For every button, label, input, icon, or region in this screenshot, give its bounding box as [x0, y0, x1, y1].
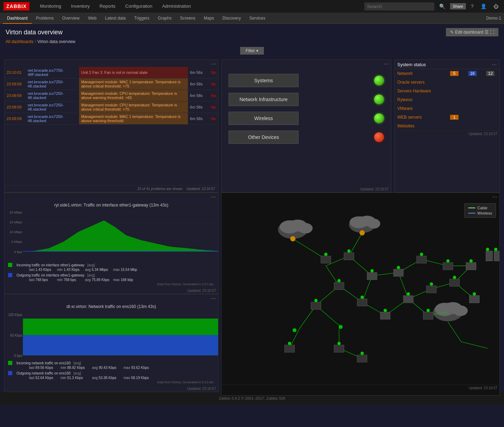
- svg-rect-54: [344, 253, 354, 260]
- search-icon[interactable]: 🔍: [437, 4, 447, 9]
- sys-name[interactable]: Oracle servers: [394, 78, 445, 87]
- status-item-button[interactable]: Other Devices: [229, 131, 299, 144]
- problem-ack: [205, 90, 209, 102]
- problems-panel-menu[interactable]: ⋯: [211, 61, 216, 67]
- sys-name[interactable]: Ryleevo: [394, 96, 445, 104]
- chart2-header: ⋯: [5, 294, 218, 301]
- status-item-button[interactable]: Network Infrastructure: [229, 93, 299, 106]
- chart2-column: ⋯ dt-xr.virton: Network traffic on ens16…: [3, 293, 220, 391]
- table-row: Servers Hardware: [394, 87, 499, 96]
- chart1-outgoing-label: Outgoing traffic on interface ether1-gat…: [16, 273, 84, 277]
- problem-ack: [205, 78, 209, 90]
- chart1-menu[interactable]: ⋯: [211, 194, 216, 200]
- status-item-button[interactable]: Systems: [229, 74, 299, 87]
- svg-rect-68: [380, 312, 390, 320]
- problem-host[interactable]: net.brocade.icx7250-48.stacked: [26, 90, 79, 102]
- subnav-latest-data[interactable]: Latest data: [101, 13, 130, 24]
- user-icon[interactable]: 👤: [478, 4, 489, 9]
- list-icon: ☰: [485, 30, 489, 35]
- subnav-overview[interactable]: Overview: [58, 13, 84, 24]
- chart1-incoming-label: Incoming traffic on interface ether1-gat…: [16, 263, 84, 267]
- netmap-legend: Cable Wireless: [464, 203, 496, 218]
- svg-rect-58: [311, 302, 321, 309]
- sys-count-cell: [445, 104, 463, 113]
- edit-dashboard-button[interactable]: ✎ Edit dashboard ☰ ⛶: [446, 28, 498, 36]
- sys-name[interactable]: VMware: [394, 104, 445, 113]
- system-status-table: Network 5 16 12 Oracle servers Servers H…: [394, 69, 499, 131]
- problem-host[interactable]: net.brocade.icx7250-48.stacked: [26, 78, 79, 90]
- svg-rect-66: [404, 295, 413, 303]
- status-dot: [374, 113, 384, 123]
- subnav-services[interactable]: Services: [245, 13, 270, 24]
- chart2-incoming-label: Incoming network traffic on ens160: [16, 361, 71, 365]
- sys-count-cell: [481, 104, 499, 113]
- filter-button[interactable]: Filter ▾: [240, 47, 264, 55]
- subnav-screens[interactable]: Screens: [176, 13, 200, 24]
- svg-point-57: [337, 279, 341, 282]
- problems-panel: ⋯ 23:10:01 net.brocade.icx7750-48F.stack…: [4, 59, 218, 192]
- status-item-button[interactable]: Wireless: [229, 112, 299, 125]
- svg-line-25: [349, 233, 362, 256]
- svg-line-50: [448, 322, 461, 342]
- problem-status: No: [209, 102, 218, 113]
- svg-point-97: [339, 325, 343, 329]
- chart1-svg: 20 Mbps 15 Mbps 10 Mbps 5 Mbps 0 bps: [5, 209, 218, 261]
- svg-rect-92: [357, 355, 367, 362]
- table-row: Oracle servers: [394, 78, 499, 87]
- svg-point-53: [324, 253, 327, 256]
- subnav-web[interactable]: Web: [84, 13, 100, 24]
- svg-rect-52: [321, 256, 331, 263]
- sys-name[interactable]: Servers Hardware: [394, 87, 445, 96]
- table-row: Websites: [394, 122, 499, 131]
- top-navbar: ZABBIX Monitoring Inventory Reports Conf…: [0, 0, 504, 13]
- share-button[interactable]: Share: [450, 3, 466, 9]
- svg-point-55: [347, 249, 350, 252]
- table-row: WEB servers 1: [394, 113, 499, 122]
- svg-point-91: [337, 342, 341, 345]
- problem-host[interactable]: net.brocade.icx7250-48.stacked: [26, 113, 79, 125]
- nav-administration[interactable]: Administration: [157, 0, 196, 13]
- breadcrumb-root-link[interactable]: All dashboards: [6, 39, 33, 44]
- svg-rect-78: [450, 279, 460, 286]
- sys-count-cell: [463, 113, 482, 122]
- svg-rect-82: [469, 295, 479, 303]
- problem-status: No: [209, 67, 218, 78]
- chart2-menu[interactable]: ⋯: [211, 296, 216, 301]
- problem-time: 23:09:59: [5, 78, 26, 90]
- nav-monitoring[interactable]: Monitoring: [35, 0, 66, 13]
- sys-name[interactable]: Websites: [394, 122, 445, 131]
- subnav-problems[interactable]: Problems: [32, 13, 58, 24]
- search-input[interactable]: [364, 2, 434, 10]
- problem-host[interactable]: net.brocade.icx7750-48F.stacked: [26, 67, 79, 78]
- help-icon[interactable]: ?: [469, 4, 476, 9]
- chart2-inner: ⋯ dt-xr.virton: Network traffic on ens16…: [5, 294, 218, 392]
- subnav-dashboard[interactable]: Dashboard: [3, 13, 32, 24]
- svg-rect-74: [423, 312, 433, 320]
- nav-configuration[interactable]: Configuration: [120, 0, 157, 13]
- chart1-header: ⋯: [5, 193, 218, 200]
- problem-duration: 6m 58s: [188, 113, 205, 125]
- problem-host[interactable]: net.brocade.icx7250-48.stacked: [26, 102, 79, 113]
- sys-name[interactable]: Network: [394, 69, 445, 78]
- nav-inventory[interactable]: Inventory: [66, 0, 94, 13]
- chart2-updated: Updated: 23:16:57: [5, 385, 218, 392]
- chart1-panel: ⋯ ryl.side1.virton: Traffic on interface…: [4, 192, 218, 294]
- chart2-legend: Incoming network traffic on ens160 [avg]…: [5, 359, 218, 385]
- problem-status: No: [209, 78, 218, 90]
- sys-count-cell: 16: [463, 69, 482, 78]
- system-status-menu[interactable]: ⋯: [492, 62, 497, 68]
- netmap-menu[interactable]: ⋯: [492, 194, 497, 200]
- status-widget-menu[interactable]: ⋯: [384, 61, 389, 67]
- problem-duration: 6m 56s: [188, 67, 205, 78]
- subnav-graphs[interactable]: Graphs: [154, 13, 176, 24]
- svg-text:5 Mbps: 5 Mbps: [11, 240, 22, 244]
- sys-name[interactable]: WEB servers: [394, 113, 445, 122]
- nav-reports[interactable]: Reports: [94, 0, 120, 13]
- power-icon[interactable]: ⏻: [491, 4, 500, 9]
- breadcrumb-current: Virton data overview: [37, 39, 76, 44]
- subnav-discovery[interactable]: Discovery: [218, 13, 245, 24]
- svg-point-81: [469, 259, 472, 262]
- subnav-triggers[interactable]: Triggers: [130, 13, 154, 24]
- problem-ack: [205, 113, 209, 125]
- subnav-maps[interactable]: Maps: [200, 13, 218, 24]
